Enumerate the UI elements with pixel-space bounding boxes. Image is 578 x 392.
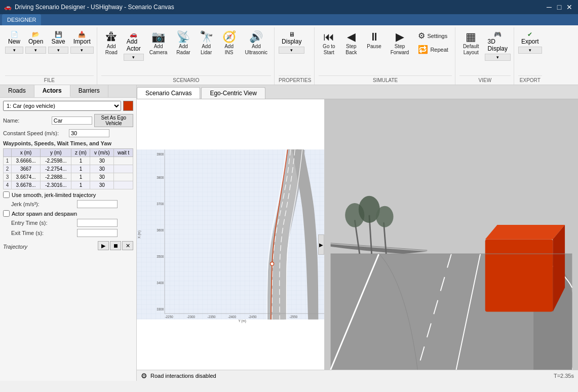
cell-y: -2.2754...	[41, 165, 71, 173]
add-actor-dropdown[interactable]: ▾	[124, 54, 144, 61]
go-to-start-button[interactable]: ⏮ Go toStart	[319, 29, 339, 58]
table-row[interactable]: 3 3.6674... -2.2888... 1 30	[4, 173, 133, 181]
svg-text:-2250: -2250	[165, 315, 173, 319]
waypoints-table: x (m) y (m) z (m) v (m/s) wait t 1 3.666…	[3, 148, 133, 189]
display-dropdown[interactable]: ▾	[279, 47, 304, 54]
cell-y: -2.2888...	[41, 173, 71, 181]
add-radar-button[interactable]: 📡 AddRadar	[173, 29, 194, 58]
menubar: DESIGNER	[0, 14, 578, 25]
timestamp-label: T=2.35s	[554, 373, 574, 379]
cell-z: 1	[71, 165, 90, 173]
traj-btn-2[interactable]: ⏹	[110, 241, 121, 250]
trajectory-label: Trajectory	[3, 244, 27, 250]
add-ins-button[interactable]: 🧭 AddINS	[219, 29, 240, 58]
add-actor-button-split[interactable]: 🚗 AddActor ▾	[124, 29, 144, 61]
step-back-button[interactable]: ◀ StepBack	[341, 29, 361, 58]
table-row[interactable]: 1 3.6666... -2.2598... 1 30	[4, 157, 133, 165]
actor-dropdown[interactable]: 1: Car (ego vehicle)	[3, 101, 121, 111]
svg-text:-2450: -2450	[248, 315, 257, 319]
settings-button[interactable]: ⚙ Settings	[414, 29, 451, 42]
open-button-split[interactable]: 📂 Open ▾	[25, 29, 46, 54]
cell-wait	[114, 157, 133, 165]
traj-btn-3[interactable]: ✕	[122, 241, 133, 250]
add-radar-icon: 📡	[176, 31, 190, 43]
open-dropdown[interactable]: ▾	[25, 47, 46, 54]
3d-display-button-split[interactable]: 🎮 3DDisplay ▾	[485, 29, 511, 61]
svg-text:-2300: -2300	[187, 315, 196, 319]
spawn-checkbox[interactable]	[3, 210, 10, 217]
add-camera-button[interactable]: 📷 AddCamera	[146, 29, 171, 58]
collapse-button[interactable]: ▶	[318, 234, 324, 255]
exit-input[interactable]	[77, 229, 118, 237]
new-dropdown[interactable]: ▾	[5, 47, 23, 54]
constant-speed-label: Constant Speed (m/s):	[3, 130, 69, 136]
add-road-button[interactable]: 🛣 AddRoad	[101, 29, 122, 58]
svg-text:3600: 3600	[157, 228, 164, 232]
add-ultrasonic-icon: 🔊	[249, 31, 263, 43]
row-num: 3	[4, 173, 12, 181]
name-input[interactable]	[52, 116, 92, 125]
close-button[interactable]: ✕	[565, 3, 574, 12]
traj-btn-1[interactable]: ▶	[98, 241, 109, 250]
display-button-split[interactable]: 🖥 Display ▾	[279, 29, 304, 54]
col-v: v (m/s)	[90, 149, 114, 157]
row-num: 1	[4, 157, 12, 165]
entry-input[interactable]	[77, 219, 118, 227]
repeat-button[interactable]: 🔁 Repeat	[414, 43, 451, 56]
settings-icon: ⚙	[418, 31, 425, 41]
exit-row: Exit Time (s):	[11, 229, 133, 237]
default-layout-button[interactable]: ▦ DefaultLayout	[459, 29, 483, 58]
export-button-split[interactable]: ✔ Export ▾	[518, 29, 542, 54]
settings-repeat-group: ⚙ Settings 🔁 Repeat	[414, 29, 451, 56]
constant-speed-input[interactable]	[69, 129, 109, 137]
svg-text:Y (m): Y (m)	[238, 319, 246, 323]
add-ultrasonic-button[interactable]: 🔊 AddUltrasonic	[242, 29, 271, 58]
import-dropdown[interactable]: ▾	[70, 47, 94, 54]
table-row[interactable]: 2 3667 -2.2754... 1 30	[4, 165, 133, 173]
add-camera-icon: 📷	[151, 31, 165, 43]
new-button-split[interactable]: 📄 New ▾	[5, 29, 23, 54]
ego-centric-tab[interactable]: Ego-Centric View	[201, 87, 265, 99]
import-button-split[interactable]: 📥 Import ▾	[70, 29, 94, 54]
gear-icon: ⚙	[141, 372, 147, 380]
scenario-canvas[interactable]: 3900 3800 3700 3600 3500 3400 3300 X (m)…	[137, 99, 325, 370]
add-ins-icon: 🧭	[222, 31, 236, 43]
minimize-button[interactable]: ─	[545, 3, 554, 12]
export-dropdown[interactable]: ▾	[518, 47, 542, 54]
panel-content: 1: Car (ego vehicle) Name: Set As Ego Ve…	[0, 98, 136, 381]
smooth-trajectory-label: Use smooth, jerk-limited trajectory	[12, 192, 96, 198]
add-actor-icon: 🚗	[130, 31, 137, 38]
settings-label: Settings	[427, 33, 447, 39]
svg-text:3400: 3400	[157, 281, 164, 285]
export-group-label: EXPORT	[518, 75, 542, 85]
jerk-input[interactable]	[77, 200, 118, 208]
svg-point-28	[376, 206, 393, 227]
pause-button[interactable]: ⏸ Pause	[363, 29, 384, 52]
save-button-split[interactable]: 💾 Save ▾	[48, 29, 68, 54]
actor-selector-row: 1: Car (ego vehicle)	[3, 101, 133, 111]
3d-display-dropdown[interactable]: ▾	[485, 54, 511, 61]
status-bar: ⚙ Road interactions disabled T=2.35s	[137, 370, 578, 381]
spawn-row: Actor spawn and despawn	[3, 210, 133, 217]
svg-rect-24	[485, 240, 553, 312]
cell-wait	[114, 173, 133, 181]
maximize-button[interactable]: □	[555, 3, 564, 12]
save-dropdown[interactable]: ▾	[48, 47, 68, 54]
smooth-trajectory-checkbox[interactable]	[3, 191, 10, 198]
scenario-canvas-tab[interactable]: Scenario Canvas	[137, 87, 200, 99]
svg-point-19	[271, 262, 274, 265]
set-ego-button[interactable]: Set As Ego Vehicle	[94, 114, 133, 127]
properties-group-label: PROPERTIES	[279, 75, 311, 85]
col-y: y (m)	[41, 149, 71, 157]
roads-tab[interactable]: Roads	[0, 85, 34, 97]
actors-tab[interactable]: Actors	[34, 85, 70, 97]
barriers-tab[interactable]: Barriers	[70, 85, 108, 97]
name-row: Name: Set As Ego Vehicle	[3, 114, 133, 127]
step-forward-button[interactable]: ▶ StepForward	[387, 29, 413, 58]
ego-centric-view	[325, 99, 578, 370]
add-lidar-icon: 🔭	[200, 31, 213, 43]
table-row[interactable]: 4 3.6678... -2.3016... 1 30	[4, 181, 133, 189]
designer-tab[interactable]: DESIGNER	[2, 14, 41, 25]
cell-v: 30	[90, 173, 114, 181]
add-lidar-button[interactable]: 🔭 AddLidar	[196, 29, 217, 58]
